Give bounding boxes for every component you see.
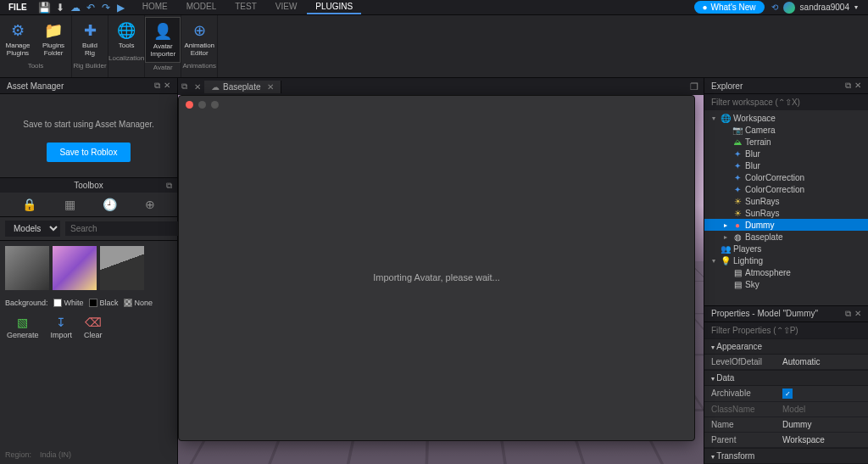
dummy-icon: ● [732, 220, 743, 230]
bg-none[interactable]: None [124, 299, 153, 307]
workspace-icon: 🌐 [721, 113, 731, 123]
dialog-message: Importing Avatar, please wait... [179, 114, 694, 440]
prop-row[interactable]: ParentWorkspace [704, 433, 868, 448]
menu-tab-view[interactable]: VIEW [267, 0, 306, 14]
ribbon-manage-plugins[interactable]: ⚙Manage Plugins [0, 17, 36, 61]
asset-thumbnail[interactable] [100, 246, 144, 290]
ribbon-icon: 👤 [153, 21, 173, 42]
user-menu[interactable]: ⟲ sandraa9004 ▾ [765, 2, 865, 14]
close-tab-icon[interactable]: ✕ [267, 82, 274, 92]
ribbon: ⚙Manage Plugins📁Plugins FolderTools✚Buil… [0, 15, 868, 78]
camera-icon: 📷 [732, 125, 743, 135]
asset-thumbnail[interactable] [53, 246, 97, 290]
prop-row[interactable]: NameDummy [704, 417, 868, 433]
checkbox-icon[interactable]: ✓ [782, 389, 793, 399]
maximize-icon[interactable]: ❐ [685, 81, 704, 92]
close-icon[interactable]: ✕ [191, 82, 204, 92]
ribbon-group-label: Tools [28, 61, 44, 70]
tree-item-dummy[interactable]: ▸●Dummy [704, 219, 868, 231]
redo-icon[interactable]: ↷ [100, 2, 112, 14]
close-icon[interactable]: ✕ [164, 81, 170, 91]
ribbon-build-rig[interactable]: ✚Build Rig [72, 17, 108, 61]
toolbox-tab-marketplace[interactable]: ⊕ [145, 198, 155, 211]
file-menu[interactable]: FILE [3, 3, 32, 12]
undo-icon[interactable]: ↶ [85, 2, 97, 14]
prop-row[interactable]: Archivable✓ [704, 386, 868, 403]
close-icon[interactable]: ✕ [854, 309, 861, 319]
toolbox-header: Toolbox ⧉ [0, 177, 177, 193]
bg-white[interactable]: White [53, 299, 84, 307]
menu-tab-model[interactable]: MODEL [178, 0, 225, 14]
prop-section-transform[interactable]: Transform [704, 448, 868, 464]
save-icon[interactable]: 💾 [39, 2, 51, 14]
ribbon-icon: ✚ [80, 20, 100, 41]
region-select[interactable]: India (IN) [40, 450, 71, 459]
import-button[interactable]: ↧Import [51, 316, 73, 339]
blur-icon: ✦ [732, 160, 743, 171]
terrain-icon: ⛰ [732, 137, 743, 147]
tree-item-colorcorrection[interactable]: ✦ColorCorrection [704, 171, 868, 183]
whats-new-button[interactable]: ●What's New [694, 1, 765, 14]
tree-item-blur[interactable]: ✦Blur [704, 148, 868, 159]
menu-tab-test[interactable]: TEST [226, 0, 265, 14]
asset-manager-message: Save to start using Asset Manager. [8, 120, 169, 129]
prop-row[interactable]: LevelOfDetailAutomatic [704, 355, 868, 370]
tree-item-terrain[interactable]: ⛰Terrain [704, 136, 868, 148]
tree-item-blur[interactable]: ✦Blur [704, 159, 868, 171]
download-icon[interactable]: ⬇ [54, 2, 66, 14]
menu-tab-home[interactable]: HOME [134, 0, 176, 14]
maximize-dialog-button[interactable] [211, 101, 219, 109]
toolbox-tab-lock[interactable]: 🔒 [22, 198, 36, 211]
category-select[interactable]: Models [5, 221, 60, 237]
cloud-icon: ☁ [211, 82, 220, 92]
prop-section-data[interactable]: Data [704, 370, 868, 386]
avatar [783, 2, 795, 14]
tree-item-colorcorrection[interactable]: ✦ColorCorrection [704, 183, 868, 195]
popout-icon[interactable]: ⧉ [154, 81, 160, 91]
bg-black[interactable]: Black [89, 299, 119, 307]
toolbox-tab-recent[interactable]: 🕘 [103, 198, 117, 211]
tree-item-players[interactable]: 👥Players [704, 243, 868, 254]
username-label: sandraa9004 [800, 3, 849, 12]
document-tab[interactable]: ☁ Baseplate ✕ [204, 81, 281, 93]
sunrays-icon: ☀ [732, 208, 743, 218]
ribbon-avatar-importer[interactable]: 👤Avatar Importer [145, 17, 181, 63]
popout-icon[interactable]: ⧉ [845, 309, 851, 319]
menu-tab-plugins[interactable]: PLUGINS [307, 0, 361, 14]
sunrays-icon: ☀ [732, 196, 743, 206]
popout-icon[interactable]: ⧉ [178, 81, 191, 92]
tree-item-camera[interactable]: 📷Camera [704, 124, 868, 136]
ribbon-plugins-folder[interactable]: 📁Plugins Folder [36, 17, 71, 61]
clear-button[interactable]: ⌫Clear [84, 316, 103, 339]
ribbon-animation-editor[interactable]: ⊕Animation Editor [181, 17, 217, 61]
ribbon-tools[interactable]: 🌐Tools [108, 17, 144, 53]
popout-icon[interactable]: ⧉ [166, 181, 172, 191]
tree-item-sky[interactable]: ▤Sky [704, 278, 868, 290]
tree-item-sunrays[interactable]: ☀SunRays [704, 207, 868, 219]
properties-filter-input[interactable] [704, 322, 868, 338]
play-icon[interactable]: ▶ [115, 2, 127, 14]
tree-item-sunrays[interactable]: ☀SunRays [704, 195, 868, 207]
popout-icon[interactable]: ⧉ [845, 81, 851, 91]
tree-item-workspace[interactable]: ▾🌐Workspace [704, 112, 868, 124]
menubar: FILE 💾 ⬇ ☁ ↶ ↷ ▶ HOMEMODELTESTVIEWPLUGIN… [0, 0, 868, 15]
close-dialog-button[interactable] [186, 101, 193, 109]
explorer-filter-input[interactable] [704, 94, 868, 110]
prop-row[interactable]: ClassNameModel [704, 402, 868, 417]
save-to-roblox-button[interactable]: Save to Roblox [47, 143, 131, 162]
toolbox-tab-grid[interactable]: ▦ [64, 198, 75, 211]
tree-item-baseplate[interactable]: ▸◍Baseplate [704, 231, 868, 243]
generate-button[interactable]: ▧Generate [7, 316, 39, 339]
minimize-dialog-button[interactable] [198, 101, 206, 109]
tree-item-lighting[interactable]: ▾💡Lighting [704, 254, 868, 266]
tree-item-atmosphere[interactable]: ▤Atmosphere [704, 266, 868, 278]
region-label: Region: [5, 450, 31, 459]
share-icon[interactable]: ⟲ [771, 3, 778, 12]
cloud-icon[interactable]: ☁ [70, 2, 81, 14]
close-icon[interactable]: ✕ [854, 81, 861, 91]
chevron-down-icon[interactable]: ▾ [854, 3, 858, 11]
prop-section-appearance[interactable]: Appearance [704, 338, 868, 355]
asset-manager-header: Asset Manager ⧉✕ [0, 78, 177, 94]
asset-thumbnail[interactable] [5, 246, 49, 290]
search-input[interactable] [65, 221, 183, 236]
